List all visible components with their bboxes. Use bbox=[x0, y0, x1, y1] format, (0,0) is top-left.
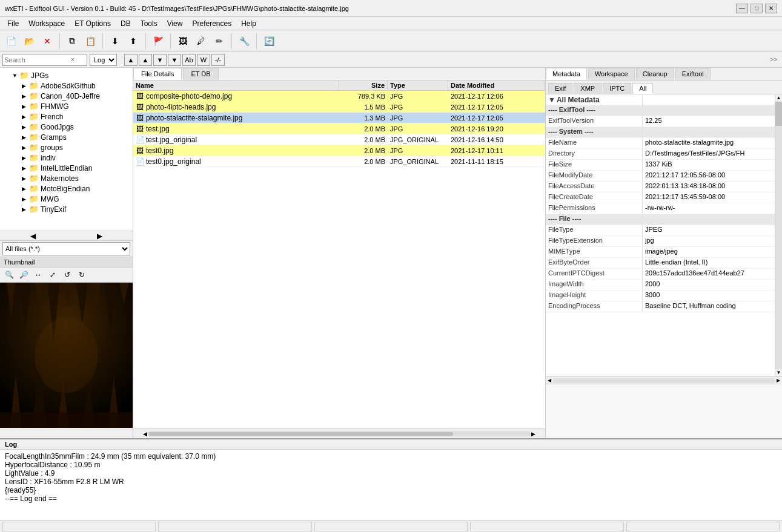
col-header-date[interactable]: Date Modified bbox=[448, 80, 545, 90]
scroll-left-icon[interactable]: ◀ bbox=[30, 232, 36, 240]
meta-expand-icon[interactable]: ▼ All Metadata bbox=[546, 94, 643, 105]
meta-row-filename[interactable]: FileName photo-stalactite-stalagmite.jpg bbox=[546, 138, 775, 149]
te-groups[interactable]: ▶ bbox=[22, 145, 29, 151]
col-header-size[interactable]: Size bbox=[339, 80, 388, 90]
menu-workspace[interactable]: Workspace bbox=[24, 18, 70, 29]
menu-et-options[interactable]: ET Options bbox=[70, 18, 116, 29]
menu-help[interactable]: Help bbox=[236, 18, 261, 29]
scroll-right-icon[interactable]: ▶ bbox=[97, 232, 102, 240]
tree-scroll-arrows[interactable]: ◀ ▶ bbox=[0, 231, 133, 240]
tool-open[interactable]: 📂 bbox=[21, 33, 38, 50]
search-input[interactable] bbox=[4, 56, 71, 64]
te-tinyexif[interactable]: ▶ bbox=[22, 206, 29, 212]
tool-import[interactable]: ⬇ bbox=[107, 33, 124, 50]
thumb-rotate-right[interactable]: ↻ bbox=[75, 269, 88, 281]
tree-item-indiv[interactable]: ▶ 📁 indiv bbox=[2, 153, 130, 163]
meta-row-directory[interactable]: Directory D:/TestImages/TestFiles/JPGs/F… bbox=[546, 149, 775, 160]
meta-row-imagewidth[interactable]: ImageWidth 2000 bbox=[546, 280, 775, 291]
meta-row-encodingprocess[interactable]: EncodingProcess Baseline DCT, Huffman co… bbox=[546, 301, 775, 312]
maximize-button[interactable]: □ bbox=[751, 4, 763, 13]
meta-scrollbar[interactable]: ▲ ▼ bbox=[775, 94, 782, 376]
file-row[interactable]: 🖼 photo-stalactite-stalagmite.jpg 1.3 MB… bbox=[133, 113, 545, 123]
file-row[interactable]: 📄 test.jpg_original 2.0 MB JPG_ORIGINAL … bbox=[133, 134, 545, 145]
tree-root[interactable]: ▼ 📁 JPGs bbox=[2, 70, 130, 80]
menu-view[interactable]: View bbox=[162, 18, 188, 29]
te-gramps[interactable]: ▶ bbox=[22, 134, 29, 140]
hscroll-left-icon[interactable]: ◀ bbox=[143, 431, 147, 437]
tree-expand-root[interactable]: ▼ bbox=[12, 73, 19, 79]
tree-item-makernotes[interactable]: ▶ 📁 Makernotes bbox=[2, 173, 130, 183]
search-clear-button[interactable]: × bbox=[71, 56, 75, 63]
right-hscroll-left[interactable]: ◀ bbox=[546, 377, 553, 384]
meta-row-exifbyteorder[interactable]: ExifByteOrder Little-endian (Intel, II) bbox=[546, 258, 775, 269]
tab-cleanup[interactable]: Cleanup bbox=[636, 68, 674, 80]
meta-row-filetypeextension[interactable]: FileTypeExtension jpg bbox=[546, 236, 775, 247]
tool-settings3[interactable]: ✏ bbox=[211, 33, 228, 50]
tree-item-moto[interactable]: ▶ 📁 MotoBigEndian bbox=[2, 183, 130, 194]
te-fhmwg[interactable]: ▶ bbox=[22, 103, 29, 110]
sort-up2-button[interactable]: ▲ bbox=[139, 54, 152, 66]
file-row[interactable]: 🖼 test.jpg 2.0 MB JPG 2021-12-16 19:20 bbox=[133, 123, 545, 134]
log-content[interactable]: FocalLengthIn35mmFilm : 24.9 mm (35 mm e… bbox=[0, 450, 782, 520]
sort-down2-button[interactable]: ▼ bbox=[168, 54, 181, 66]
right-hscroll[interactable]: ◀ ▶ bbox=[546, 376, 782, 384]
tree-item-adobesdk[interactable]: ▶ 📁 AdobeSdkGithub bbox=[2, 80, 130, 91]
file-list-hscrollbar[interactable]: ◀ ▶ bbox=[133, 429, 545, 438]
tool-new[interactable]: 📄 bbox=[2, 33, 19, 50]
file-row[interactable]: 🖼 test0.jpg 2.0 MB JPG 2021-12-17 10:11 bbox=[133, 145, 545, 156]
te-mwg[interactable]: ▶ bbox=[22, 196, 29, 202]
collapse-icon[interactable]: ▼ bbox=[548, 96, 555, 104]
tool-flag[interactable]: 🚩 bbox=[150, 33, 167, 50]
te-goodjpgs[interactable]: ▶ bbox=[22, 124, 29, 130]
col-header-name[interactable]: Name bbox=[133, 80, 339, 90]
meta-tab-exif[interactable]: Exif bbox=[548, 83, 572, 94]
menu-tools[interactable]: Tools bbox=[136, 18, 162, 29]
meta-scroll-track[interactable] bbox=[775, 102, 782, 369]
thumb-fit-width[interactable]: ↔ bbox=[31, 269, 45, 281]
tree-item-french[interactable]: ▶ 📁 French bbox=[2, 111, 130, 122]
meta-row-mimetype[interactable]: MIMEType image/jpeg bbox=[546, 247, 775, 258]
tree-item-tinyexif[interactable]: ▶ 📁 TinyExif bbox=[2, 204, 130, 214]
sort-down1-button[interactable]: ▼ bbox=[153, 54, 167, 66]
thumb-fit-page[interactable]: ⤢ bbox=[46, 269, 59, 281]
menu-preferences[interactable]: Preferences bbox=[187, 18, 236, 29]
sort-up1-button[interactable]: ▲ bbox=[124, 54, 138, 66]
ab-button[interactable]: Ab bbox=[182, 54, 196, 66]
file-list[interactable]: Name Size Type Date Modified 🖼 composite… bbox=[133, 80, 545, 429]
meta-row-exiftoolversion[interactable]: ExifToolVersion 12.25 bbox=[546, 116, 775, 127]
close-button[interactable]: ✕ bbox=[765, 4, 777, 13]
tool-close[interactable]: ✕ bbox=[39, 33, 56, 50]
te-indiv[interactable]: ▶ bbox=[22, 155, 29, 161]
hscroll-track[interactable] bbox=[148, 432, 530, 436]
meta-row-filepermissions[interactable]: FilePermissions -rw-rw-rw- bbox=[546, 203, 775, 214]
minimize-button[interactable]: — bbox=[736, 4, 748, 13]
tool-refresh[interactable]: 🔄 bbox=[260, 33, 277, 50]
tool-settings2[interactable]: 🖊 bbox=[193, 33, 210, 50]
te-moto[interactable]: ▶ bbox=[22, 186, 29, 192]
menu-file[interactable]: File bbox=[2, 18, 24, 29]
tab-workspace[interactable]: Workspace bbox=[588, 68, 635, 80]
tree-item-groups[interactable]: ▶ 📁 groups bbox=[2, 142, 130, 153]
meta-row-filemodifydate[interactable]: FileModifyDate 2021:12:17 12:05:56-08:00 bbox=[546, 171, 775, 182]
thumb-zoom-in[interactable]: 🔍 bbox=[2, 269, 16, 281]
tool-copy[interactable]: ⧉ bbox=[64, 33, 81, 50]
meta-table[interactable]: ▼ All Metadata ---- ExifTool ---- ExifTo… bbox=[546, 94, 775, 376]
te-adobesdk[interactable]: ▶ bbox=[22, 83, 29, 89]
te-intel[interactable]: ▶ bbox=[22, 165, 29, 171]
meta-scroll-up-button[interactable]: ▲ bbox=[775, 94, 782, 102]
tree-item-goodjpgs[interactable]: ▶ 📁 GoodJpgs bbox=[2, 122, 130, 132]
te-french[interactable]: ▶ bbox=[22, 114, 29, 120]
file-row[interactable]: 🖼 composite-photo-demo.jpg 789.3 KB JPG … bbox=[133, 91, 545, 102]
dash-button[interactable]: -/- bbox=[211, 54, 225, 66]
file-tree[interactable]: ▼ 📁 JPGs ▶ 📁 AdobeSdkGithub ▶ 📁 Canon_40… bbox=[0, 68, 133, 231]
tree-item-fhmwg[interactable]: ▶ 📁 FHMWG bbox=[2, 101, 130, 111]
te-canon[interactable]: ▶ bbox=[22, 93, 29, 99]
w-button[interactable]: W bbox=[197, 54, 210, 66]
file-row[interactable]: 🖼 photo-4iptc-heads.jpg 1.5 MB JPG 2021-… bbox=[133, 102, 545, 113]
te-makernotes[interactable]: ▶ bbox=[22, 176, 29, 182]
file-filter-dropdown[interactable]: All files (*.*) *.jpg *.png *.tif bbox=[2, 242, 130, 255]
meta-row-imageheight[interactable]: ImageHeight 3000 bbox=[546, 291, 775, 301]
tree-item-intel[interactable]: ▶ 📁 IntelLittleEndian bbox=[2, 163, 130, 173]
meta-row-filecreatedate[interactable]: FileCreateDate 2021:12:17 15:45:59-08:00 bbox=[546, 192, 775, 203]
tool-wrench[interactable]: 🔧 bbox=[236, 33, 253, 50]
